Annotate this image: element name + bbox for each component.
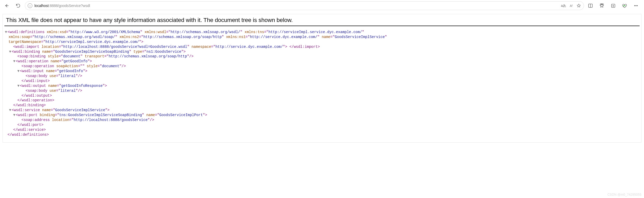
operation-close: </wsdl:operation> [5,98,639,103]
expander-icon[interactable]: ▼ [5,30,8,35]
address-path: :8888/goodsService?wsdl [49,4,90,8]
svg-point-9 [637,5,638,6]
expander-icon[interactable]: ▼ [17,69,20,74]
soap-operation[interactable]: <soap:operation soapAction="" style="doc… [5,64,639,69]
address-bar[interactable]: i localhost:8888/goodsService?wsdl aあ A⁾ [25,1,584,10]
collections-icon[interactable] [609,1,618,10]
service-open[interactable]: ▼<wsdl:service name="GoodsServiceImplSer… [5,108,639,113]
soap-address[interactable]: <soap:address location="http://localhost… [5,118,639,123]
expander-icon[interactable]: ▼ [13,113,16,118]
back-button[interactable] [2,1,11,10]
definitions-open-line1[interactable]: ▼<wsdl:definitions xmlns:xsd="http://www… [5,30,639,35]
expander-icon[interactable]: ▼ [13,59,16,64]
input-open[interactable]: ▼<wsdl:input name="getGoodInfo"> [5,69,639,74]
expander-icon[interactable]: ▼ [9,49,12,54]
service-close: </wsdl:service> [5,127,639,132]
output-close: </wsdl:output> [5,93,639,98]
import-line[interactable]: <wsdl:import location="http://localhost:… [5,44,639,49]
star-icon[interactable] [576,3,581,8]
arrow-left-icon [4,3,9,8]
binding-close: </wsdl:binding> [5,103,639,108]
definitions-close: </wsdl:definitions> [5,132,639,137]
output-soap-body[interactable]: <soap:body use="literal"/> [5,88,639,93]
address-text: localhost:8888/goodsService?wsdl [34,4,559,8]
expander-icon[interactable]: ▼ [17,83,20,88]
output-open[interactable]: ▼<wsdl:output name="getGoodInfoResponse"… [5,83,639,88]
refresh-button[interactable] [13,1,23,10]
operation-open[interactable]: ▼<wsdl:operation name="getGoodInfo"> [5,59,639,64]
definitions-open-line3: targetNamespace="http://serviceImpl.serv… [5,40,639,44]
port-open[interactable]: ▼<wsdl:port binding="tns:GoodsServiceImp… [5,113,639,118]
xml-banner: This XML file does not appear to have an… [4,14,640,26]
toolbar-right [586,1,642,10]
svg-point-7 [634,5,635,6]
port-close: </wsdl:port> [5,123,639,127]
split-screen-icon[interactable] [586,1,595,10]
content-area: This XML file does not appear to have an… [3,14,641,143]
svg-point-8 [636,5,636,6]
more-icon[interactable] [632,1,640,10]
soap-binding[interactable]: <soap:binding style="document" transport… [5,54,639,59]
binding-open[interactable]: ▼<wsdl:binding name="GoodsServiceImplSer… [5,49,639,54]
address-host: localhost [34,4,49,8]
read-aloud-icon[interactable]: A⁾ [570,4,573,8]
input-close: </wsdl:input> [5,79,639,83]
translate-icon[interactable]: aあ [561,3,566,8]
xml-tree: ▼<wsdl:definitions xmlns:xsd="http://www… [3,26,641,142]
definitions-open-line2: xmlns:soap="http://schemas.xmlsoap.org/w… [5,35,639,40]
browser-toolbar: i localhost:8888/goodsService?wsdl aあ A⁾ [0,0,644,11]
site-info-icon[interactable]: i [28,3,32,8]
refresh-icon [16,3,21,8]
performance-icon[interactable] [620,1,629,10]
favorites-icon[interactable] [597,1,606,10]
expander-icon[interactable]: ▼ [9,108,12,113]
input-soap-body[interactable]: <soap:body use="literal"/> [5,74,639,79]
